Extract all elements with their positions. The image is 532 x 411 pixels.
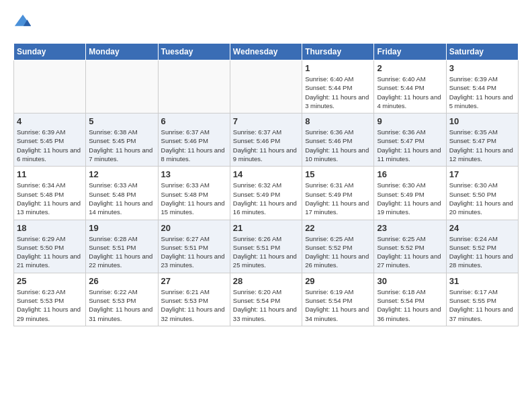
weekday-header: Thursday: [302, 44, 374, 60]
weekday-header: Wednesday: [230, 44, 302, 60]
calendar-body: 1Sunrise: 6:40 AM Sunset: 5:44 PM Daylig…: [14, 60, 519, 326]
day-info: Sunrise: 6:24 AM Sunset: 5:52 PM Dayligh…: [449, 234, 515, 270]
day-number: 18: [17, 223, 83, 233]
calendar-cell: 25Sunrise: 6:23 AM Sunset: 5:53 PM Dayli…: [14, 273, 86, 326]
calendar-cell: 3Sunrise: 6:39 AM Sunset: 5:44 PM Daylig…: [446, 60, 518, 113]
day-info: Sunrise: 6:33 AM Sunset: 5:48 PM Dayligh…: [89, 181, 154, 216]
day-info: Sunrise: 6:22 AM Sunset: 5:53 PM Dayligh…: [89, 287, 154, 323]
day-info: Sunrise: 6:17 AM Sunset: 5:55 PM Dayligh…: [449, 287, 515, 323]
day-number: 7: [233, 116, 299, 126]
day-info: Sunrise: 6:28 AM Sunset: 5:51 PM Dayligh…: [89, 234, 154, 270]
day-number: 13: [161, 169, 227, 179]
calendar-week-row: 18Sunrise: 6:29 AM Sunset: 5:50 PM Dayli…: [14, 220, 519, 273]
day-info: Sunrise: 6:31 AM Sunset: 5:49 PM Dayligh…: [305, 181, 371, 216]
day-number: 16: [377, 169, 443, 179]
calendar-week-row: 1Sunrise: 6:40 AM Sunset: 5:44 PM Daylig…: [14, 60, 519, 113]
day-number: 30: [377, 276, 443, 286]
calendar-cell: 20Sunrise: 6:27 AM Sunset: 5:51 PM Dayli…: [158, 220, 230, 273]
day-number: 14: [233, 169, 299, 179]
day-number: 12: [89, 169, 154, 179]
day-number: 4: [17, 116, 83, 126]
calendar-cell: [230, 60, 302, 113]
calendar-week-row: 4Sunrise: 6:39 AM Sunset: 5:45 PM Daylig…: [14, 113, 519, 167]
day-info: Sunrise: 6:40 AM Sunset: 5:44 PM Dayligh…: [305, 75, 371, 110]
calendar-header-row: SundayMondayTuesdayWednesdayThursdayFrid…: [14, 44, 519, 60]
day-number: 11: [17, 169, 83, 179]
calendar-cell: 14Sunrise: 6:32 AM Sunset: 5:49 PM Dayli…: [230, 167, 302, 220]
day-number: 1: [305, 63, 371, 73]
calendar-cell: 1Sunrise: 6:40 AM Sunset: 5:44 PM Daylig…: [302, 60, 374, 113]
day-info: Sunrise: 6:30 AM Sunset: 5:50 PM Dayligh…: [449, 181, 515, 216]
day-number: 31: [449, 276, 515, 286]
day-info: Sunrise: 6:34 AM Sunset: 5:48 PM Dayligh…: [17, 181, 83, 216]
calendar-cell: 27Sunrise: 6:21 AM Sunset: 5:53 PM Dayli…: [158, 273, 230, 326]
calendar-cell: 18Sunrise: 6:29 AM Sunset: 5:50 PM Dayli…: [14, 220, 86, 273]
calendar-week-row: 11Sunrise: 6:34 AM Sunset: 5:48 PM Dayli…: [14, 167, 519, 220]
weekday-header: Sunday: [14, 44, 86, 60]
day-info: Sunrise: 6:27 AM Sunset: 5:51 PM Dayligh…: [161, 234, 227, 270]
day-number: 27: [161, 276, 227, 286]
weekday-header: Tuesday: [158, 44, 230, 60]
day-number: 29: [305, 276, 371, 286]
calendar-cell: 29Sunrise: 6:19 AM Sunset: 5:54 PM Dayli…: [302, 273, 374, 326]
day-info: Sunrise: 6:39 AM Sunset: 5:45 PM Dayligh…: [17, 128, 83, 163]
day-info: Sunrise: 6:25 AM Sunset: 5:52 PM Dayligh…: [305, 234, 371, 270]
day-info: Sunrise: 6:36 AM Sunset: 5:46 PM Dayligh…: [305, 128, 371, 163]
calendar-cell: 30Sunrise: 6:18 AM Sunset: 5:54 PM Dayli…: [374, 273, 446, 326]
calendar-cell: 16Sunrise: 6:30 AM Sunset: 5:49 PM Dayli…: [374, 167, 446, 220]
calendar-cell: 24Sunrise: 6:24 AM Sunset: 5:52 PM Dayli…: [446, 220, 518, 273]
day-info: Sunrise: 6:36 AM Sunset: 5:47 PM Dayligh…: [377, 128, 443, 163]
day-number: 28: [233, 276, 299, 286]
weekday-header: Saturday: [446, 44, 518, 60]
day-info: Sunrise: 6:33 AM Sunset: 5:48 PM Dayligh…: [161, 181, 227, 216]
day-info: Sunrise: 6:25 AM Sunset: 5:52 PM Dayligh…: [377, 234, 443, 270]
day-number: 17: [449, 169, 515, 179]
day-number: 8: [305, 116, 371, 126]
calendar-cell: [158, 60, 230, 113]
day-info: Sunrise: 6:23 AM Sunset: 5:53 PM Dayligh…: [17, 287, 83, 323]
calendar-cell: 31Sunrise: 6:17 AM Sunset: 5:55 PM Dayli…: [446, 273, 518, 326]
day-info: Sunrise: 6:37 AM Sunset: 5:46 PM Dayligh…: [161, 128, 227, 163]
calendar-cell: 11Sunrise: 6:34 AM Sunset: 5:48 PM Dayli…: [14, 167, 86, 220]
calendar-cell: 21Sunrise: 6:26 AM Sunset: 5:51 PM Dayli…: [230, 220, 302, 273]
day-number: 5: [89, 116, 154, 126]
calendar-cell: [86, 60, 158, 113]
calendar-cell: 22Sunrise: 6:25 AM Sunset: 5:52 PM Dayli…: [302, 220, 374, 273]
calendar-cell: 26Sunrise: 6:22 AM Sunset: 5:53 PM Dayli…: [86, 273, 158, 326]
calendar-cell: 23Sunrise: 6:25 AM Sunset: 5:52 PM Dayli…: [374, 220, 446, 273]
day-number: 25: [17, 276, 83, 286]
day-number: 2: [377, 63, 443, 73]
calendar-cell: [14, 60, 86, 113]
day-info: Sunrise: 6:21 AM Sunset: 5:53 PM Dayligh…: [161, 287, 227, 323]
calendar-cell: 19Sunrise: 6:28 AM Sunset: 5:51 PM Dayli…: [86, 220, 158, 273]
day-info: Sunrise: 6:35 AM Sunset: 5:47 PM Dayligh…: [449, 128, 515, 163]
calendar-cell: 6Sunrise: 6:37 AM Sunset: 5:46 PM Daylig…: [158, 113, 230, 167]
day-number: 10: [449, 116, 515, 126]
day-info: Sunrise: 6:20 AM Sunset: 5:54 PM Dayligh…: [233, 287, 299, 323]
day-number: 15: [305, 169, 371, 179]
calendar-cell: 5Sunrise: 6:38 AM Sunset: 5:45 PM Daylig…: [86, 113, 158, 167]
day-info: Sunrise: 6:29 AM Sunset: 5:50 PM Dayligh…: [17, 234, 83, 270]
logo-icon: [13, 13, 32, 32]
day-info: Sunrise: 6:39 AM Sunset: 5:44 PM Dayligh…: [449, 75, 515, 110]
day-number: 21: [233, 223, 299, 233]
calendar: SundayMondayTuesdayWednesdayThursdayFrid…: [13, 43, 519, 326]
day-number: 19: [89, 223, 154, 233]
day-info: Sunrise: 6:38 AM Sunset: 5:45 PM Dayligh…: [89, 128, 154, 163]
calendar-cell: 17Sunrise: 6:30 AM Sunset: 5:50 PM Dayli…: [446, 167, 518, 220]
day-number: 6: [161, 116, 227, 126]
calendar-cell: 7Sunrise: 6:37 AM Sunset: 5:46 PM Daylig…: [230, 113, 302, 167]
day-info: Sunrise: 6:30 AM Sunset: 5:49 PM Dayligh…: [377, 181, 443, 216]
day-number: 26: [89, 276, 154, 286]
calendar-cell: 28Sunrise: 6:20 AM Sunset: 5:54 PM Dayli…: [230, 273, 302, 326]
day-number: 3: [449, 63, 515, 73]
weekday-header: Friday: [374, 44, 446, 60]
calendar-cell: 13Sunrise: 6:33 AM Sunset: 5:48 PM Dayli…: [158, 167, 230, 220]
day-info: Sunrise: 6:19 AM Sunset: 5:54 PM Dayligh…: [305, 287, 371, 323]
day-number: 24: [449, 223, 515, 233]
calendar-cell: 10Sunrise: 6:35 AM Sunset: 5:47 PM Dayli…: [446, 113, 518, 167]
day-info: Sunrise: 6:37 AM Sunset: 5:46 PM Dayligh…: [233, 128, 299, 163]
day-number: 23: [377, 223, 443, 233]
page-header: [13, 13, 519, 32]
day-info: Sunrise: 6:40 AM Sunset: 5:44 PM Dayligh…: [377, 75, 443, 110]
